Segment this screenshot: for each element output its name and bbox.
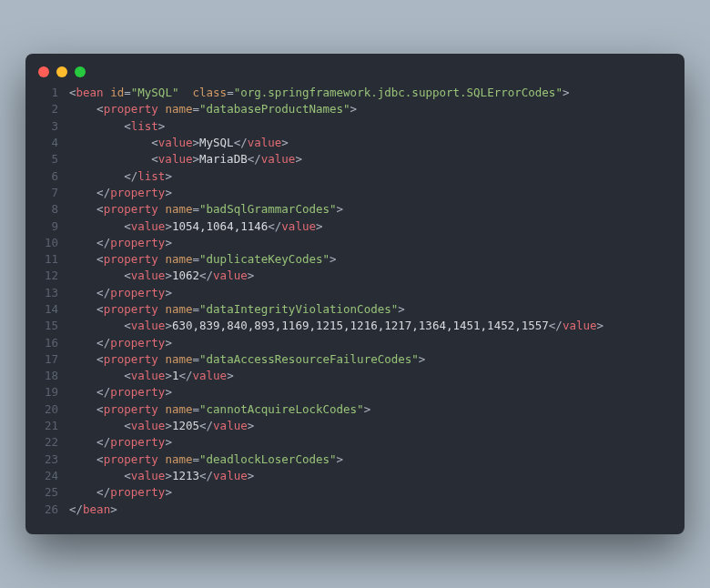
window-titlebar — [25, 54, 685, 85]
code-line: 14 <property name="dataIntegrityViolatio… — [33, 301, 670, 318]
line-number: 25 — [33, 484, 58, 501]
code-window: 1<bean id="MySQL" class="org.springframe… — [25, 54, 685, 534]
code-line: 17 <property name="dataAccessResourceFai… — [33, 351, 670, 368]
code-line: 20 <property name="cannotAcquireLockCode… — [33, 401, 670, 418]
code-line: 22 </property> — [33, 434, 670, 451]
line-content: </property> — [69, 384, 172, 400]
line-content: <property name="dataAccessResourceFailur… — [69, 351, 425, 368]
code-line: 6 </list> — [33, 168, 670, 185]
line-number: 9 — [33, 218, 58, 235]
line-number: 10 — [33, 235, 58, 251]
code-line: 18 <value>1</value> — [33, 368, 670, 384]
line-content: </bean> — [69, 502, 117, 518]
code-line: 7 </property> — [33, 185, 670, 201]
code-line: 3 <list> — [33, 118, 670, 135]
line-content: <value>1054,1064,1146</value> — [69, 218, 323, 235]
code-line: 12 <value>1062</value> — [33, 268, 670, 284]
line-number: 7 — [33, 185, 58, 201]
line-content: <value>1062</value> — [69, 268, 254, 284]
code-line: 9 <value>1054,1064,1146</value> — [33, 218, 670, 235]
code-line: 15 <value>630,839,840,893,1169,1215,1216… — [33, 318, 670, 334]
line-content: <value>MariaDB</value> — [69, 151, 302, 167]
line-content: </property> — [69, 434, 172, 451]
code-line: 19 </property> — [33, 384, 670, 400]
maximize-icon[interactable] — [75, 66, 86, 77]
line-number: 8 — [33, 201, 58, 218]
minimize-icon[interactable] — [56, 66, 67, 77]
line-content: <property name="duplicateKeyCodes"> — [69, 251, 337, 268]
line-content: <list> — [69, 118, 165, 135]
code-line: 2 <property name="databaseProductNames"> — [33, 101, 670, 117]
line-content: <bean id="MySQL" class="org.springframew… — [69, 85, 569, 101]
line-content: <property name="deadlockLoserCodes"> — [69, 451, 343, 468]
line-number: 24 — [33, 468, 58, 484]
line-number: 1 — [33, 85, 58, 101]
code-line: 24 <value>1213</value> — [33, 468, 670, 484]
code-line: 11 <property name="duplicateKeyCodes"> — [33, 251, 670, 268]
code-line: 5 <value>MariaDB</value> — [33, 151, 670, 167]
line-number: 20 — [33, 401, 58, 418]
line-content: <value>630,839,840,893,1169,1215,1216,12… — [69, 318, 604, 334]
line-number: 23 — [33, 451, 58, 468]
code-line: 10 </property> — [33, 235, 670, 251]
line-content: <property name="dataIntegrityViolationCo… — [69, 301, 405, 318]
code-line: 1<bean id="MySQL" class="org.springframe… — [33, 85, 670, 101]
line-content: <property name="cannotAcquireLockCodes"> — [69, 401, 370, 418]
line-number: 14 — [33, 301, 58, 318]
line-number: 21 — [33, 418, 58, 434]
line-content: <value>1205</value> — [69, 418, 254, 434]
code-line: 26</bean> — [33, 502, 670, 518]
line-number: 16 — [33, 335, 58, 351]
code-line: 13 </property> — [33, 285, 670, 301]
line-content: </property> — [69, 484, 172, 501]
code-line: 21 <value>1205</value> — [33, 418, 670, 434]
line-number: 15 — [33, 318, 58, 334]
code-area[interactable]: 1<bean id="MySQL" class="org.springframe… — [25, 85, 685, 518]
line-number: 3 — [33, 118, 58, 135]
code-line: 25 </property> — [33, 484, 670, 501]
line-number: 13 — [33, 285, 58, 301]
line-number: 22 — [33, 434, 58, 451]
line-number: 2 — [33, 101, 58, 117]
line-number: 18 — [33, 368, 58, 384]
line-number: 19 — [33, 384, 58, 400]
code-line: 4 <value>MySQL</value> — [33, 135, 670, 151]
line-content: <property name="badSqlGrammarCodes"> — [69, 201, 343, 218]
line-content: <value>MySQL</value> — [69, 135, 289, 151]
close-icon[interactable] — [38, 66, 49, 77]
code-line: 23 <property name="deadlockLoserCodes"> — [33, 451, 670, 468]
line-content: </property> — [69, 335, 172, 351]
line-number: 17 — [33, 351, 58, 368]
line-content: </property> — [69, 235, 172, 251]
line-content: <value>1</value> — [69, 368, 234, 384]
line-number: 4 — [33, 135, 58, 151]
line-number: 12 — [33, 268, 58, 284]
line-number: 5 — [33, 151, 58, 167]
line-content: </list> — [69, 168, 172, 185]
line-number: 11 — [33, 251, 58, 268]
line-content: <value>1213</value> — [69, 468, 254, 484]
line-number: 26 — [33, 502, 58, 518]
line-content: </property> — [69, 185, 172, 201]
line-number: 6 — [33, 168, 58, 185]
line-content: </property> — [69, 285, 172, 301]
code-line: 16 </property> — [33, 335, 670, 351]
code-line: 8 <property name="badSqlGrammarCodes"> — [33, 201, 670, 218]
line-content: <property name="databaseProductNames"> — [69, 101, 357, 117]
